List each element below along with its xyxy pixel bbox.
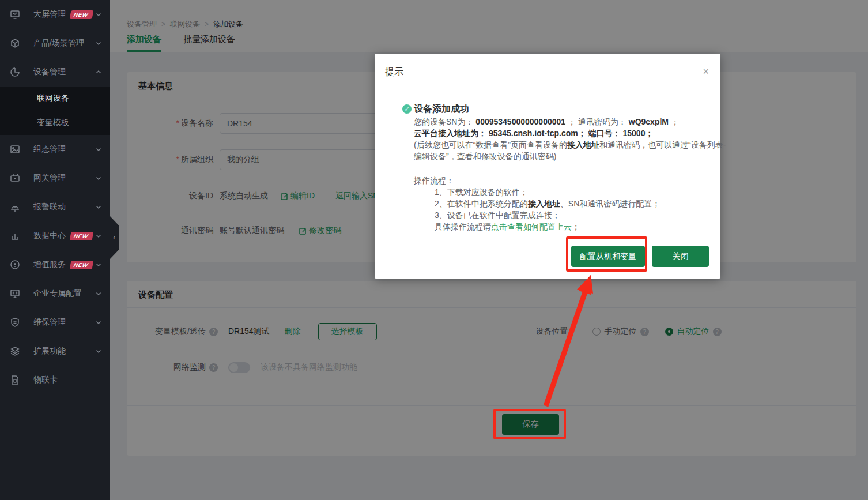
chevron-down-icon (96, 289, 101, 298)
notice-dialog: 提示 × ✓ 设备添加成功 您的设备SN为： 00095345000000000… (375, 54, 720, 279)
layers-icon (9, 345, 21, 357)
alarm-bell-icon (9, 201, 21, 213)
configure-slave-variables-button[interactable]: 配置从机和变量 (571, 246, 645, 267)
flow-step-3: 3、设备已在软件中配置完成连接； (414, 209, 730, 221)
flow-title: 操作流程： (414, 175, 730, 186)
new-badge: NEW (69, 10, 93, 19)
sidebar-item-label: 大屏管理 (33, 9, 66, 20)
sidebar-item-data-center[interactable]: 数据中心 NEW (0, 221, 110, 250)
collapse-icon: ‹ (113, 234, 115, 242)
sidebar-submenu-device: 联网设备 变量模板 (0, 87, 110, 135)
sidebar: 大屏管理 NEW 产品/场景管理 设备管理 联网设备 变量模板 组态管理 (0, 0, 110, 500)
pie-chart-icon (9, 66, 21, 78)
sidebar-item-label: 企业专属配置 (33, 288, 82, 299)
sidebar-item-variable-template[interactable]: 变量模板 (0, 111, 110, 135)
dialog-footer: 配置从机和变量 关闭 (375, 246, 720, 267)
sidebar-item-label: 扩展功能 (33, 346, 66, 356)
flow-step-1: 1、下载对应设备的软件； (414, 186, 730, 198)
sidebar-item-label: 增值服务 (33, 260, 66, 270)
sidebar-item-screen-management[interactable]: 大屏管理 NEW (0, 0, 110, 29)
bar-chart-icon (9, 230, 21, 242)
flow-step-2: 2、在软件中把系统分配的接入地址、SN和通讯密码进行配置； (414, 198, 730, 209)
chevron-down-icon (96, 145, 101, 154)
sidebar-item-configuration-management[interactable]: 组态管理 (0, 135, 110, 164)
sim-card-icon (9, 374, 21, 386)
note-line: (后续您也可以在“数据查看”页面查看设备的接入地址和通讯密码，也可以通过“设备列… (414, 139, 730, 162)
sidebar-item-label: 报警联动 (33, 202, 66, 212)
sidebar-item-iot-card[interactable]: 物联卡 (0, 366, 110, 394)
monitor-code-icon (9, 288, 21, 299)
device-sn-value: 00095345000000000001 (475, 117, 565, 126)
sidebar-item-gateway-management[interactable]: 网关管理 (0, 164, 110, 193)
how-to-configure-link[interactable]: 点击查看如何配置上云 (491, 222, 572, 231)
chevron-down-icon (96, 10, 101, 19)
screen-icon (9, 9, 21, 20)
new-badge: NEW (69, 261, 93, 269)
close-icon[interactable]: × (703, 66, 709, 77)
sn-line: 您的设备SN为： 00095345000000000001 ； 通讯密码为： w… (414, 116, 730, 127)
chevron-down-icon (96, 231, 101, 240)
app-root: 大屏管理 NEW 产品/场景管理 设备管理 联网设备 变量模板 组态管理 (0, 0, 868, 500)
chevron-down-icon (96, 318, 101, 327)
close-button[interactable]: 关闭 (652, 246, 709, 267)
comm-password-value: wQ9cxplM (629, 117, 669, 126)
image-icon (9, 144, 21, 155)
new-badge: NEW (69, 232, 93, 240)
chevron-down-icon (96, 39, 101, 48)
sidebar-item-value-added-services[interactable]: 增值服务 NEW (0, 250, 110, 279)
chevron-down-icon (96, 202, 101, 212)
success-title: 设备添加成功 (414, 103, 730, 115)
service-circle-icon (9, 259, 21, 270)
sidebar-item-label: 组态管理 (33, 144, 66, 155)
sidebar-item-device-management[interactable]: 设备管理 (0, 58, 110, 87)
dialog-title: 提示 (385, 66, 403, 78)
sidebar-item-product-scene[interactable]: 产品/场景管理 (0, 29, 110, 58)
chevron-down-icon (96, 260, 101, 269)
sidebar-item-maintenance-management[interactable]: 维保管理 (0, 308, 110, 337)
dialog-body: ✓ 设备添加成功 您的设备SN为： 00095345000000000001 ；… (414, 103, 730, 232)
sidebar-item-enterprise-config[interactable]: 企业专属配置 (0, 279, 110, 308)
sidebar-item-label: 维保管理 (33, 317, 66, 328)
sidebar-item-alarm-linkage[interactable]: 报警联动 (0, 193, 110, 221)
sidebar-item-extended-functions[interactable]: 扩展功能 (0, 337, 110, 366)
chevron-up-icon (96, 67, 101, 77)
sidebar-item-label: 网关管理 (33, 173, 66, 183)
chevron-down-icon (96, 347, 101, 356)
sidebar-item-label: 数据中心 (33, 231, 66, 241)
sidebar-item-label: 设备管理 (33, 67, 66, 77)
sidebar-item-label: 物联卡 (33, 375, 58, 385)
cube-icon (9, 37, 21, 49)
sidebar-item-network-devices[interactable]: 联网设备 (0, 87, 110, 111)
flow-step-4: 具体操作流程请点击查看如何配置上云； (414, 221, 730, 232)
gateway-icon (9, 172, 21, 184)
sub-item-label: 联网设备 (37, 93, 69, 104)
shield-icon (9, 317, 21, 328)
check-icon: ✓ (402, 104, 412, 114)
sidebar-item-label: 产品/场景管理 (33, 38, 84, 48)
chevron-down-icon (96, 174, 101, 183)
sub-item-label: 变量模板 (37, 118, 69, 128)
address-line: 云平台接入地址为： 95345.cnsh.iot-tcp.com； 端口号： 1… (414, 127, 730, 139)
